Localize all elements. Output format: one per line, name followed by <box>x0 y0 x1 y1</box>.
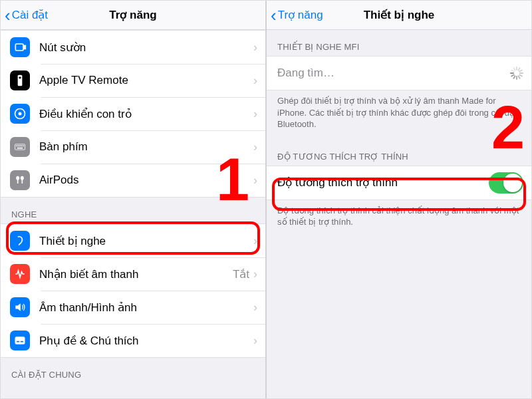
mfi-group: Đang tìm… <box>267 56 531 90</box>
chevron-right-icon: › <box>253 301 257 315</box>
svg-rect-19 <box>21 341 23 342</box>
svg-rect-11 <box>23 146 24 147</box>
row-label: Nút sườn <box>39 41 253 55</box>
chevron-right-icon: › <box>253 267 257 281</box>
hearing-devices-pane: ‹ Trợ năng Thiết bị nghe THIẾT BỊ NGHE M… <box>267 1 531 398</box>
compat-group: Độ tương thích trợ thính <box>267 166 531 200</box>
row-audio-visual[interactable]: Âm thanh/Hình ảnh › <box>1 291 265 324</box>
row-label: Bàn phím <box>39 140 253 154</box>
row-subtitles[interactable]: Phụ đề & Chú thích › <box>1 324 265 357</box>
svg-point-3 <box>19 76 21 78</box>
row-label: Điều khiển con trỏ <box>39 107 253 121</box>
ear-icon <box>10 231 30 251</box>
pointer-icon <box>10 104 30 124</box>
svg-rect-2 <box>18 75 23 86</box>
svg-rect-6 <box>15 144 25 150</box>
row-searching: Đang tìm… <box>267 57 531 90</box>
remote-icon <box>10 70 30 90</box>
chevron-left-icon: ‹ <box>271 7 277 24</box>
row-hearing-devices[interactable]: Thiết bị nghe › <box>1 224 265 257</box>
chevron-right-icon: › <box>253 334 257 348</box>
compat-toggle[interactable] <box>489 172 523 194</box>
chevron-right-icon: › <box>253 174 257 188</box>
keyboard-icon <box>10 137 30 157</box>
back-label: Cài đặt <box>12 8 48 22</box>
row-label: Apple TV Remote <box>39 74 253 87</box>
row-appletv-remote[interactable]: Apple TV Remote › <box>1 64 265 97</box>
row-hearing-aid-compat[interactable]: Độ tương thích trợ thính <box>267 166 531 200</box>
section-header-compat: ĐỘ TƯƠNG THÍCH TRỢ THÍNH <box>267 140 531 166</box>
svg-rect-0 <box>15 44 23 51</box>
svg-rect-8 <box>18 146 19 147</box>
chevron-right-icon: › <box>253 140 257 154</box>
nav-header: ‹ Trợ năng Thiết bị nghe <box>267 1 531 30</box>
svg-rect-9 <box>19 146 21 147</box>
row-sound-recognition[interactable]: Nhận biết âm thanh Tắt › <box>1 257 265 291</box>
section-header-general: CÀI ĐẶT CHUNG <box>1 358 265 384</box>
searching-label: Đang tìm… <box>277 66 510 80</box>
hearing-group: Thiết bị nghe › Nhận biết âm thanh Tắt ›… <box>1 223 265 358</box>
row-label: Thiết bị nghe <box>39 234 253 248</box>
chevron-right-icon: › <box>253 74 257 88</box>
row-label: Phụ đề & Chú thích <box>39 334 253 348</box>
back-label: Trợ năng <box>278 8 323 22</box>
side-button-icon <box>10 37 30 57</box>
sound-recognition-icon <box>10 264 30 284</box>
compat-footer: Độ tương thích trợ thính cải thiện chất … <box>267 200 531 237</box>
row-label: Độ tương thích trợ thính <box>277 176 489 190</box>
accessibility-pane: ‹ Cài đặt Trợ năng Nút sườn › Apple TV R… <box>1 1 265 398</box>
svg-rect-18 <box>17 341 19 342</box>
airpods-icon <box>10 170 30 190</box>
row-label: Âm thanh/Hình ảnh <box>39 301 253 315</box>
svg-rect-1 <box>25 46 26 49</box>
speaker-icon <box>10 297 30 317</box>
nav-header: ‹ Cài đặt Trợ năng <box>1 1 265 30</box>
svg-rect-10 <box>21 146 23 147</box>
svg-rect-7 <box>16 146 17 147</box>
back-button[interactable]: ‹ Cài đặt <box>1 7 48 24</box>
subtitles-icon <box>10 331 30 350</box>
section-header-mfi: THIẾT BỊ NGHE MFI <box>267 30 531 56</box>
svg-rect-17 <box>15 336 25 344</box>
svg-rect-12 <box>17 148 23 149</box>
svg-point-5 <box>19 112 22 116</box>
row-side-button[interactable]: Nút sườn › <box>1 31 265 64</box>
svg-rect-14 <box>17 179 19 184</box>
physical-group: Nút sườn › Apple TV Remote › Điều khiển … <box>1 30 265 198</box>
chevron-right-icon: › <box>253 107 257 121</box>
svg-rect-16 <box>22 179 23 184</box>
row-airpods[interactable]: AirPods › <box>1 164 265 197</box>
spinner-icon <box>510 66 523 80</box>
row-label: Nhận biết âm thanh <box>39 267 233 281</box>
row-detail: Tắt <box>233 267 249 281</box>
row-pointer-control[interactable]: Điều khiển con trỏ › <box>1 97 265 130</box>
mfi-footer: Ghép đôi thiết bị trợ thính và bộ xử lý … <box>267 90 531 140</box>
row-label: AirPods <box>39 174 253 187</box>
back-button[interactable]: ‹ Trợ năng <box>267 7 323 24</box>
chevron-right-icon: › <box>253 234 257 248</box>
chevron-left-icon: ‹ <box>5 7 11 24</box>
row-keyboard[interactable]: Bàn phím › <box>1 130 265 164</box>
section-header-hearing: NGHE <box>1 198 265 223</box>
chevron-right-icon: › <box>253 41 257 55</box>
